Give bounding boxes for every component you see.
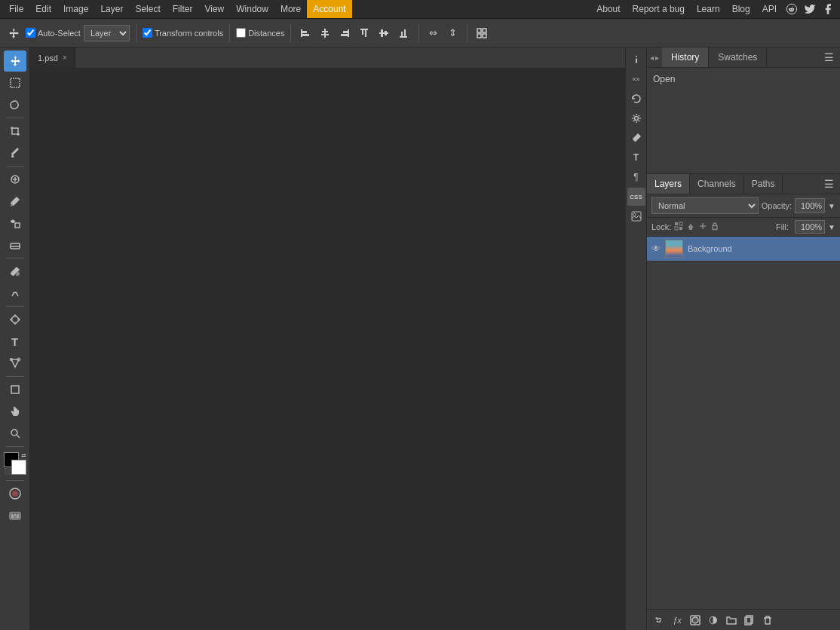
layers-panel-tabs: Layers Channels Paths ☰: [647, 174, 840, 194]
align-center-h-btn[interactable]: [317, 25, 333, 41]
align-center-v-btn[interactable]: [376, 25, 392, 41]
default-colors-icon[interactable]: ⬛: [4, 468, 11, 475]
tool-path-select[interactable]: [4, 353, 26, 374]
fx-btn[interactable]: ƒx: [670, 613, 685, 628]
new-adjustment-btn[interactable]: [706, 613, 721, 628]
tool-eyedropper[interactable]: [4, 142, 26, 164]
lock-transparent-icon[interactable]: [674, 222, 683, 233]
reddit-icon[interactable]: [784, 2, 799, 17]
tool-pen[interactable]: [4, 309, 26, 330]
delete-layer-btn[interactable]: [760, 613, 775, 628]
new-layer-btn[interactable]: [742, 613, 757, 628]
tool-lasso[interactable]: [4, 94, 26, 115]
align-left-btn[interactable]: [297, 25, 314, 41]
grid-btn[interactable]: [474, 25, 490, 41]
distances-checkbox[interactable]: Distances: [236, 28, 284, 38]
facebook-icon[interactable]: [820, 2, 835, 17]
background-color[interactable]: [11, 460, 26, 475]
history-tab[interactable]: History: [662, 47, 709, 67]
transform-controls-checkbox[interactable]: Transform controls: [143, 28, 223, 38]
lock-image-icon[interactable]: [686, 222, 695, 233]
tool-crop[interactable]: [4, 121, 26, 142]
distribute-h-btn[interactable]: ⇔: [425, 25, 441, 41]
menu-layer[interactable]: Layer: [94, 0, 129, 18]
swap-colors-icon[interactable]: ⇄: [21, 452, 26, 459]
layer-background-item[interactable]: 👁 Background: [647, 237, 840, 261]
brush-settings-btn[interactable]: [627, 129, 645, 147]
menu-select[interactable]: Select: [129, 0, 166, 18]
menu-api[interactable]: API: [756, 4, 783, 14]
settings-mini-btn[interactable]: [627, 109, 645, 127]
layer-select[interactable]: LayerGroup: [84, 25, 130, 41]
history-panel-menu-btn[interactable]: ☰: [818, 51, 840, 63]
tool-marquee[interactable]: [4, 72, 26, 93]
tool-zoom[interactable]: [4, 423, 26, 444]
link-layers-btn[interactable]: [651, 613, 667, 628]
css-btn[interactable]: CSS: [627, 188, 645, 206]
layers-tab[interactable]: Layers: [647, 174, 690, 194]
swatches-tab[interactable]: Swatches: [709, 47, 767, 67]
blend-mode-select[interactable]: NormalDissolveMultiplyScreenOverlaySoft …: [651, 197, 759, 214]
tool-brush[interactable]: [4, 191, 26, 212]
tool-dodge[interactable]: [4, 283, 26, 304]
menu-edit[interactable]: Edit: [29, 0, 57, 18]
tab-1psd[interactable]: 1.psd ×: [30, 47, 75, 68]
layers-panel-menu-btn[interactable]: ☰: [818, 178, 840, 190]
lock-position-icon[interactable]: [698, 222, 707, 233]
paths-tab[interactable]: Paths: [744, 174, 783, 194]
menu-learn[interactable]: Learn: [691, 4, 726, 14]
align-bottom-btn[interactable]: [395, 25, 412, 41]
new-group-btn[interactable]: [724, 613, 739, 628]
menu-filter[interactable]: Filter: [167, 0, 199, 18]
opacity-arrow[interactable]: ▼: [828, 202, 835, 210]
image-mini-btn[interactable]: [627, 207, 645, 225]
add-mask-btn[interactable]: [688, 613, 703, 628]
paragraph-btn[interactable]: ¶: [627, 168, 645, 186]
panel-arrow-right[interactable]: ▸: [655, 54, 659, 62]
tool-move[interactable]: [4, 50, 26, 72]
distances-check-input[interactable]: [236, 28, 246, 38]
tool-shape[interactable]: [4, 379, 26, 400]
menu-window[interactable]: Window: [230, 0, 274, 18]
history-mini-btn[interactable]: [627, 90, 645, 108]
autoselect-checkbox[interactable]: Auto-Select: [26, 28, 81, 38]
lock-all-icon[interactable]: [710, 222, 719, 233]
twitter-icon[interactable]: [802, 2, 817, 17]
menu-blog[interactable]: Blog: [726, 4, 756, 14]
toolbar-sep-5: [467, 24, 468, 42]
type-mini-btn[interactable]: T: [627, 148, 645, 167]
move-tool-btn[interactable]: [5, 26, 23, 41]
menu-more[interactable]: More: [274, 0, 307, 18]
tool-quickmask[interactable]: [4, 483, 26, 504]
history-open-item[interactable]: Open: [653, 72, 834, 86]
tool-text[interactable]: T: [4, 331, 26, 352]
distribute-v-btn[interactable]: ⇕: [444, 25, 461, 41]
menu-view[interactable]: View: [198, 0, 230, 18]
tool-fill[interactable]: [4, 261, 26, 282]
menu-account[interactable]: Account: [307, 0, 351, 18]
tool-eraser[interactable]: [4, 234, 26, 255]
history-panel-header: ◂ ▸ History Swatches ☰: [647, 47, 840, 68]
collapse-panel-btn[interactable]: «»: [627, 70, 645, 88]
menu-image[interactable]: Image: [57, 0, 94, 18]
tab-close-btn[interactable]: ×: [63, 54, 67, 62]
fill-input[interactable]: [795, 220, 825, 234]
menu-file[interactable]: File: [3, 0, 29, 18]
align-top-btn[interactable]: [356, 25, 372, 41]
canvas[interactable]: [30, 69, 625, 630]
menu-about[interactable]: About: [590, 4, 626, 14]
transform-check-input[interactable]: [143, 28, 152, 38]
fill-arrow[interactable]: ▼: [828, 223, 835, 231]
layer-visibility-eye[interactable]: 👁: [651, 243, 661, 254]
align-right-btn[interactable]: [336, 25, 353, 41]
info-tool[interactable]: [627, 50, 645, 69]
tool-clone[interactable]: [4, 213, 26, 234]
tool-keyboard[interactable]: [4, 505, 26, 526]
menu-report-bug[interactable]: Report a bug: [627, 4, 691, 14]
channels-tab[interactable]: Channels: [690, 174, 744, 194]
autoselect-check-input[interactable]: [26, 28, 35, 38]
panel-arrow-left[interactable]: ◂: [650, 54, 654, 62]
tool-hand[interactable]: [4, 401, 26, 422]
opacity-input[interactable]: [795, 198, 825, 213]
tool-heal[interactable]: [4, 169, 26, 190]
